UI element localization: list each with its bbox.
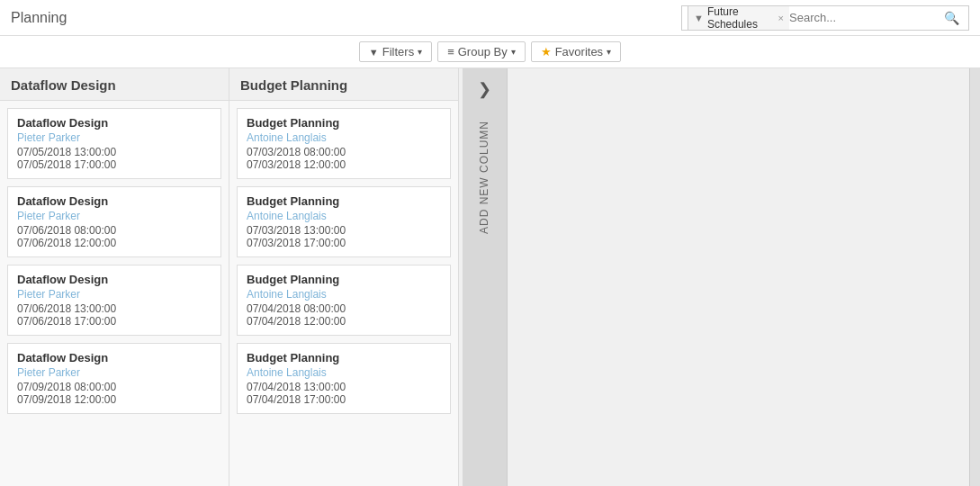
star-icon: ★ <box>541 45 552 58</box>
filter-tag: ▼ Future Schedules × <box>688 5 789 31</box>
card-person: Antoine Langlais <box>247 366 441 379</box>
card[interactable]: Budget PlanningAntoine Langlais07/04/201… <box>237 265 451 336</box>
page-title: Planning <box>11 10 67 26</box>
card-date-start: 07/04/2018 08:00:00 <box>247 302 441 315</box>
list-icon: ≡ <box>447 45 454 58</box>
card-date-end: 07/04/2018 12:00:00 <box>247 315 441 328</box>
card-person: Pieter Parker <box>17 210 211 222</box>
filter-tag-close[interactable]: × <box>778 13 784 23</box>
card-person: Pieter Parker <box>17 288 211 301</box>
card-date-start: 07/06/2018 08:00:00 <box>17 224 211 237</box>
card[interactable]: Dataflow DesignPieter Parker07/06/2018 0… <box>7 186 221 257</box>
search-input[interactable] <box>789 11 940 24</box>
toolbar-bar: ▼ Filters ▾ ≡ Group By ▾ ★ Favorites ▾ <box>0 36 980 68</box>
card[interactable]: Budget PlanningAntoine Langlais07/03/201… <box>237 186 451 257</box>
funnel-icon: ▼ <box>694 13 704 23</box>
card[interactable]: Dataflow DesignPieter Parker07/06/2018 1… <box>7 265 221 336</box>
groupby-button[interactable]: ≡ Group By ▾ <box>437 41 526 62</box>
card-person: Antoine Langlais <box>247 288 441 301</box>
column-header-budget: Budget Planning <box>229 68 458 101</box>
favorites-caret-icon: ▾ <box>607 47 611 57</box>
search-area: ▼ Future Schedules × 🔍 <box>681 5 969 31</box>
card-date-end: 07/09/2018 12:00:00 <box>17 393 211 406</box>
filter-icon: ▼ <box>369 47 379 58</box>
filters-button[interactable]: ▼ Filters ▾ <box>359 41 432 62</box>
filters-caret-icon: ▾ <box>418 47 422 57</box>
card-date-start: 07/06/2018 13:00:00 <box>17 302 211 315</box>
card-date-end: 07/05/2018 17:00:00 <box>17 158 211 171</box>
kanban-column-dataflow: Dataflow DesignDataflow DesignPieter Par… <box>0 68 229 486</box>
card-date-start: 07/05/2018 13:00:00 <box>17 146 211 158</box>
scrollbar[interactable] <box>969 68 980 486</box>
card-date-end: 07/03/2018 17:00:00 <box>247 237 441 249</box>
card-date-start: 07/03/2018 08:00:00 <box>247 146 441 158</box>
expand-button[interactable]: ❯ <box>474 76 495 103</box>
add-new-column-label[interactable]: ADD NEW COLUMN <box>478 121 490 234</box>
card-date-end: 07/06/2018 17:00:00 <box>17 315 211 328</box>
filters-label: Filters <box>382 45 414 58</box>
groupby-label: Group By <box>458 45 508 58</box>
search-button[interactable]: 🔍 <box>940 9 963 27</box>
card-person: Pieter Parker <box>17 366 211 379</box>
main-content: Dataflow DesignDataflow DesignPieter Par… <box>0 68 980 486</box>
card-title: Dataflow Design <box>17 194 211 208</box>
favorites-label: Favorites <box>555 45 603 58</box>
card[interactable]: Budget PlanningAntoine Langlais07/04/201… <box>237 343 451 414</box>
groupby-caret-icon: ▾ <box>511 47 516 57</box>
filter-tag-label: Future Schedules <box>707 5 775 31</box>
card[interactable]: Budget PlanningAntoine Langlais07/03/201… <box>237 108 451 179</box>
right-empty <box>508 68 970 486</box>
add-column-area: ❯ ADD NEW COLUMN <box>463 68 508 486</box>
card-person: Pieter Parker <box>17 131 211 144</box>
card-date-start: 07/03/2018 13:00:00 <box>247 224 441 237</box>
favorites-button[interactable]: ★ Favorites ▾ <box>531 41 621 62</box>
card-title: Budget Planning <box>247 273 441 286</box>
card-title: Dataflow Design <box>17 351 211 364</box>
search-box: ▼ Future Schedules × 🔍 <box>681 5 969 31</box>
card-person: Antoine Langlais <box>247 131 441 144</box>
card-person: Antoine Langlais <box>247 210 441 222</box>
column-cards-dataflow: Dataflow DesignPieter Parker07/05/2018 1… <box>0 101 229 486</box>
card[interactable]: Dataflow DesignPieter Parker07/09/2018 0… <box>7 343 221 414</box>
header-bar: Planning ▼ Future Schedules × 🔍 <box>0 0 980 36</box>
card-date-end: 07/04/2018 17:00:00 <box>247 393 441 406</box>
column-header-dataflow: Dataflow Design <box>0 68 229 101</box>
card-title: Dataflow Design <box>17 273 211 286</box>
column-cards-budget: Budget PlanningAntoine Langlais07/03/201… <box>229 101 458 486</box>
card-title: Budget Planning <box>247 351 441 364</box>
card-title: Dataflow Design <box>17 116 211 130</box>
card[interactable]: Dataflow DesignPieter Parker07/05/2018 1… <box>7 108 221 179</box>
card-date-end: 07/03/2018 12:00:00 <box>247 158 441 171</box>
card-title: Budget Planning <box>247 116 441 130</box>
card-title: Budget Planning <box>247 194 441 208</box>
card-date-start: 07/09/2018 08:00:00 <box>17 381 211 393</box>
card-date-end: 07/06/2018 12:00:00 <box>17 237 211 249</box>
kanban-area: Dataflow DesignDataflow DesignPieter Par… <box>0 68 463 486</box>
card-date-start: 07/04/2018 13:00:00 <box>247 381 441 393</box>
kanban-column-budget: Budget PlanningBudget PlanningAntoine La… <box>229 68 459 486</box>
